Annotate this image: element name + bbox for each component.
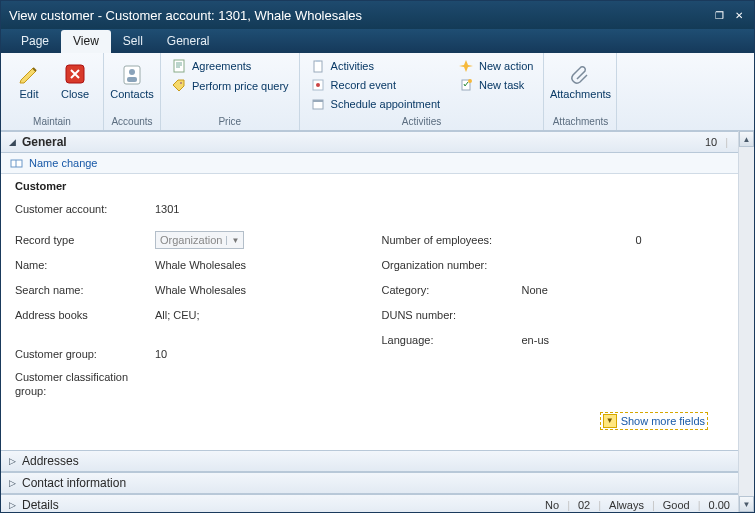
attachments-button[interactable]: Attachments bbox=[550, 57, 610, 103]
value-customer-account: 1301 bbox=[155, 203, 179, 215]
ribbon-group-price: Agreements Perform price query Price bbox=[161, 53, 300, 130]
svg-rect-7 bbox=[316, 60, 320, 62]
svg-rect-6 bbox=[314, 61, 322, 72]
label-customer-group: Customer group: bbox=[15, 348, 155, 360]
chevron-down-icon: ▼ bbox=[226, 236, 239, 245]
contacts-icon bbox=[118, 60, 146, 88]
window-title: View customer - Customer account: 1301, … bbox=[9, 8, 362, 23]
title-bar: View customer - Customer account: 1301, … bbox=[1, 1, 754, 29]
value-category: None bbox=[522, 284, 548, 296]
close-icon[interactable]: ✕ bbox=[732, 9, 746, 21]
content-pane: ◢ General 10 | Name change Customer Cust… bbox=[1, 131, 738, 512]
scroll-down-button[interactable]: ▼ bbox=[739, 496, 754, 512]
ribbon-group-attachments: Attachments Attachments bbox=[544, 53, 617, 130]
expand-icon: ▷ bbox=[9, 456, 16, 466]
general-badge: 10 bbox=[705, 136, 717, 148]
calendar-icon bbox=[310, 96, 326, 112]
rename-icon bbox=[9, 156, 23, 170]
record-event-button[interactable]: Record event bbox=[306, 76, 444, 94]
value-search-name: Whale Wholesales bbox=[155, 284, 246, 296]
close-button[interactable]: Close bbox=[53, 57, 97, 103]
app-window: View customer - Customer account: 1301, … bbox=[0, 0, 755, 513]
name-change-link[interactable]: Name change bbox=[29, 157, 98, 169]
new-action-button[interactable]: New action bbox=[454, 57, 537, 75]
spark-icon bbox=[458, 58, 474, 74]
activities-button[interactable]: Activities bbox=[306, 57, 444, 75]
expand-icon: ▷ bbox=[9, 500, 16, 510]
scroll-up-button[interactable]: ▲ bbox=[739, 131, 754, 147]
value-language: en-us bbox=[522, 334, 550, 346]
section-addresses[interactable]: ▷ Addresses bbox=[1, 450, 738, 472]
label-search-name: Search name: bbox=[15, 284, 155, 296]
price-query-button[interactable]: Perform price query bbox=[167, 77, 293, 95]
collapse-icon: ◢ bbox=[9, 137, 16, 147]
ribbon-group-activities: Activities Record event Schedule appoint… bbox=[300, 53, 545, 130]
tab-page[interactable]: Page bbox=[9, 30, 61, 53]
value-num-employees: 0 bbox=[522, 234, 642, 246]
label-name: Name: bbox=[15, 259, 155, 271]
close-red-icon bbox=[61, 60, 89, 88]
tab-view[interactable]: View bbox=[61, 30, 111, 53]
scrollbar-vertical[interactable]: ▲ ▼ bbox=[738, 131, 754, 512]
agreements-button[interactable]: Agreements bbox=[167, 57, 293, 75]
record-type-select[interactable]: Organization ▼ bbox=[155, 231, 244, 249]
chevron-down-yellow-icon: ▼ bbox=[603, 414, 617, 428]
value-customer-group: 10 bbox=[155, 348, 167, 360]
svg-point-5 bbox=[180, 82, 182, 84]
label-category: Category: bbox=[382, 284, 522, 296]
svg-point-9 bbox=[316, 83, 320, 87]
show-more-fields-button[interactable]: ▼ Show more fields bbox=[600, 412, 708, 430]
restore-icon[interactable]: ❐ bbox=[712, 9, 726, 21]
label-address-books: Address books bbox=[15, 309, 155, 321]
clipboard-icon bbox=[310, 58, 326, 74]
label-duns: DUNS number: bbox=[382, 309, 522, 321]
contacts-button[interactable]: Contacts bbox=[110, 57, 154, 103]
new-task-button[interactable]: New task bbox=[454, 76, 537, 94]
edit-button[interactable]: Edit bbox=[7, 57, 51, 103]
label-classification: Customer classification group: bbox=[15, 370, 155, 399]
label-org-number: Organization number: bbox=[382, 259, 522, 271]
svg-rect-11 bbox=[313, 100, 323, 102]
section-contact-information[interactable]: ▷ Contact information bbox=[1, 472, 738, 494]
record-icon bbox=[310, 77, 326, 93]
agreements-icon bbox=[171, 58, 187, 74]
svg-rect-4 bbox=[174, 60, 184, 72]
paperclip-icon bbox=[566, 60, 594, 88]
pencil-icon bbox=[15, 60, 43, 88]
ribbon-group-accounts: Contacts Accounts bbox=[104, 53, 161, 130]
form-heading: Customer bbox=[15, 180, 724, 192]
ribbon: Edit Close Maintain Contacts bbox=[1, 53, 754, 131]
label-customer-account: Customer account: bbox=[15, 203, 155, 215]
label-record-type: Record type bbox=[15, 234, 155, 246]
task-icon bbox=[458, 77, 474, 93]
tag-icon bbox=[171, 78, 187, 94]
schedule-appointment-button[interactable]: Schedule appointment bbox=[306, 95, 444, 113]
svg-rect-3 bbox=[127, 77, 137, 82]
label-num-employees: Number of employees: bbox=[382, 234, 522, 246]
expand-icon: ▷ bbox=[9, 478, 16, 488]
section-details[interactable]: ▷ Details No| 02| Always| Good| 0.00 bbox=[1, 494, 738, 512]
svg-point-13 bbox=[468, 79, 472, 83]
label-language: Language: bbox=[382, 334, 522, 346]
svg-point-2 bbox=[129, 69, 135, 75]
menu-strip: Page View Sell General bbox=[1, 29, 754, 53]
tab-general[interactable]: General bbox=[155, 30, 222, 53]
value-address-books: All; CEU; bbox=[155, 309, 200, 321]
value-name: Whale Wholesales bbox=[155, 259, 246, 271]
name-change-bar: Name change bbox=[1, 153, 738, 174]
ribbon-group-maintain: Edit Close Maintain bbox=[1, 53, 104, 130]
customer-form: Customer Customer account: 1301 Record t… bbox=[1, 174, 738, 450]
section-general[interactable]: ◢ General 10 | bbox=[1, 131, 738, 153]
tab-sell[interactable]: Sell bbox=[111, 30, 155, 53]
